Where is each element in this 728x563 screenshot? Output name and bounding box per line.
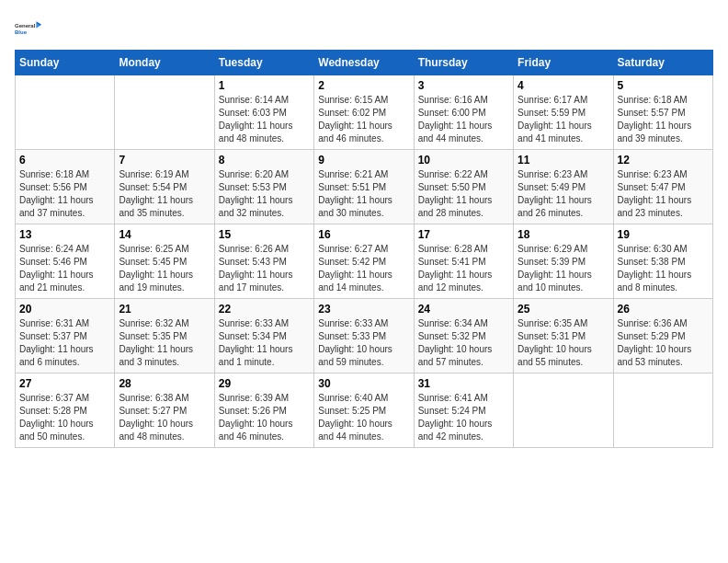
calendar-cell: 19Sunrise: 6:30 AMSunset: 5:38 PMDayligh…	[613, 224, 712, 299]
cell-day-number: 31	[418, 377, 509, 390]
cell-day-number: 10	[418, 154, 509, 167]
calendar-cell: 13Sunrise: 6:24 AMSunset: 5:46 PMDayligh…	[16, 224, 115, 299]
calendar-cell: 21Sunrise: 6:32 AMSunset: 5:35 PMDayligh…	[115, 299, 214, 373]
logo: GeneralBlue	[15, 15, 42, 42]
cell-info: Sunrise: 6:23 AMSunset: 5:49 PMDaylight:…	[518, 168, 609, 220]
cell-info: Sunrise: 6:26 AMSunset: 5:43 PMDaylight:…	[219, 243, 310, 294]
cell-day-number: 17	[418, 228, 509, 241]
cell-info: Sunrise: 6:27 AMSunset: 5:42 PMDaylight:…	[318, 243, 409, 294]
calendar-cell: 4Sunrise: 6:17 AMSunset: 5:59 PMDaylight…	[514, 75, 613, 150]
cell-day-number: 25	[518, 303, 609, 316]
cell-day-number: 19	[618, 228, 709, 241]
calendar-cell: 28Sunrise: 6:38 AMSunset: 5:27 PMDayligh…	[115, 373, 214, 448]
cell-day-number: 14	[119, 228, 210, 241]
calendar-cell: 1Sunrise: 6:14 AMSunset: 6:03 PMDaylight…	[214, 75, 313, 150]
cell-info: Sunrise: 6:40 AMSunset: 5:25 PMDaylight:…	[318, 392, 409, 443]
cell-info: Sunrise: 6:39 AMSunset: 5:26 PMDaylight:…	[219, 392, 310, 443]
cell-info: Sunrise: 6:20 AMSunset: 5:53 PMDaylight:…	[219, 168, 310, 220]
cell-day-number: 15	[219, 228, 310, 241]
calendar-cell: 6Sunrise: 6:18 AMSunset: 5:56 PMDaylight…	[16, 150, 115, 224]
cell-day-number: 16	[318, 228, 409, 241]
calendar-cell: 2Sunrise: 6:15 AMSunset: 6:02 PMDaylight…	[314, 75, 414, 150]
cell-day-number: 26	[618, 303, 709, 316]
calendar-cell: 7Sunrise: 6:19 AMSunset: 5:54 PMDaylight…	[115, 150, 214, 224]
calendar-cell: 3Sunrise: 6:16 AMSunset: 6:00 PMDaylight…	[414, 75, 513, 150]
cell-day-number: 13	[19, 228, 110, 241]
calendar-cell: 30Sunrise: 6:40 AMSunset: 5:25 PMDayligh…	[314, 373, 414, 448]
cell-day-number: 11	[518, 154, 609, 167]
cell-day-number: 22	[219, 303, 310, 316]
cell-day-number: 4	[518, 79, 609, 92]
calendar-week-row: 20Sunrise: 6:31 AMSunset: 5:37 PMDayligh…	[16, 299, 713, 373]
cell-day-number: 29	[219, 377, 310, 390]
cell-info: Sunrise: 6:18 AMSunset: 5:56 PMDaylight:…	[19, 168, 110, 220]
cell-info: Sunrise: 6:35 AMSunset: 5:31 PMDaylight:…	[518, 317, 609, 369]
calendar-cell: 27Sunrise: 6:37 AMSunset: 5:28 PMDayligh…	[16, 373, 115, 448]
calendar-week-row: 1Sunrise: 6:14 AMSunset: 6:03 PMDaylight…	[16, 75, 713, 150]
cell-day-number: 21	[119, 303, 210, 316]
cell-info: Sunrise: 6:38 AMSunset: 5:27 PMDaylight:…	[119, 392, 210, 443]
calendar-cell: 5Sunrise: 6:18 AMSunset: 5:57 PMDaylight…	[613, 75, 712, 150]
cell-day-number: 2	[318, 79, 409, 92]
cell-day-number: 12	[618, 154, 709, 167]
calendar-cell: 15Sunrise: 6:26 AMSunset: 5:43 PMDayligh…	[214, 224, 313, 299]
calendar-cell: 18Sunrise: 6:29 AMSunset: 5:39 PMDayligh…	[514, 224, 613, 299]
cell-info: Sunrise: 6:23 AMSunset: 5:47 PMDaylight:…	[618, 168, 709, 220]
cell-info: Sunrise: 6:31 AMSunset: 5:37 PMDaylight:…	[19, 317, 110, 369]
calendar-week-row: 13Sunrise: 6:24 AMSunset: 5:46 PMDayligh…	[16, 224, 713, 299]
cell-info: Sunrise: 6:33 AMSunset: 5:33 PMDaylight:…	[318, 317, 409, 369]
cell-info: Sunrise: 6:30 AMSunset: 5:38 PMDaylight:…	[618, 243, 709, 294]
weekday-header-cell: Saturday	[613, 51, 712, 75]
cell-day-number: 1	[219, 79, 310, 92]
cell-info: Sunrise: 6:24 AMSunset: 5:46 PMDaylight:…	[19, 243, 110, 294]
cell-day-number: 18	[518, 228, 609, 241]
calendar-cell	[613, 373, 712, 448]
cell-day-number: 8	[219, 154, 310, 167]
calendar-cell: 24Sunrise: 6:34 AMSunset: 5:32 PMDayligh…	[414, 299, 513, 373]
calendar-table: SundayMondayTuesdayWednesdayThursdayFrid…	[15, 50, 713, 448]
calendar-cell: 23Sunrise: 6:33 AMSunset: 5:33 PMDayligh…	[314, 299, 414, 373]
calendar-cell: 25Sunrise: 6:35 AMSunset: 5:31 PMDayligh…	[514, 299, 613, 373]
calendar-cell: 26Sunrise: 6:36 AMSunset: 5:29 PMDayligh…	[613, 299, 712, 373]
cell-info: Sunrise: 6:15 AMSunset: 6:02 PMDaylight:…	[318, 94, 409, 145]
calendar-week-row: 27Sunrise: 6:37 AMSunset: 5:28 PMDayligh…	[16, 373, 713, 448]
cell-day-number: 23	[318, 303, 409, 316]
calendar-cell: 9Sunrise: 6:21 AMSunset: 5:51 PMDaylight…	[314, 150, 414, 224]
cell-info: Sunrise: 6:32 AMSunset: 5:35 PMDaylight:…	[119, 317, 210, 369]
calendar-cell: 8Sunrise: 6:20 AMSunset: 5:53 PMDaylight…	[214, 150, 313, 224]
weekday-header-cell: Wednesday	[314, 51, 414, 75]
header: GeneralBlue	[15, 15, 713, 42]
cell-info: Sunrise: 6:33 AMSunset: 5:34 PMDaylight:…	[219, 317, 310, 369]
calendar-cell: 16Sunrise: 6:27 AMSunset: 5:42 PMDayligh…	[314, 224, 414, 299]
cell-info: Sunrise: 6:36 AMSunset: 5:29 PMDaylight:…	[618, 317, 709, 369]
calendar-cell: 20Sunrise: 6:31 AMSunset: 5:37 PMDayligh…	[16, 299, 115, 373]
cell-day-number: 5	[618, 79, 709, 92]
calendar-cell: 10Sunrise: 6:22 AMSunset: 5:50 PMDayligh…	[414, 150, 513, 224]
svg-text:Blue: Blue	[15, 29, 28, 35]
cell-info: Sunrise: 6:29 AMSunset: 5:39 PMDaylight:…	[518, 243, 609, 294]
weekday-header-cell: Friday	[514, 51, 613, 75]
calendar-cell	[514, 373, 613, 448]
cell-info: Sunrise: 6:41 AMSunset: 5:24 PMDaylight:…	[418, 392, 509, 443]
calendar-cell: 22Sunrise: 6:33 AMSunset: 5:34 PMDayligh…	[214, 299, 313, 373]
calendar-cell: 29Sunrise: 6:39 AMSunset: 5:26 PMDayligh…	[214, 373, 313, 448]
cell-info: Sunrise: 6:18 AMSunset: 5:57 PMDaylight:…	[618, 94, 709, 145]
cell-day-number: 20	[19, 303, 110, 316]
cell-day-number: 30	[318, 377, 409, 390]
cell-day-number: 6	[19, 154, 110, 167]
cell-day-number: 9	[318, 154, 409, 167]
weekday-header-cell: Sunday	[16, 51, 115, 75]
calendar-week-row: 6Sunrise: 6:18 AMSunset: 5:56 PMDaylight…	[16, 150, 713, 224]
cell-info: Sunrise: 6:17 AMSunset: 5:59 PMDaylight:…	[518, 94, 609, 145]
calendar-cell: 11Sunrise: 6:23 AMSunset: 5:49 PMDayligh…	[514, 150, 613, 224]
cell-info: Sunrise: 6:21 AMSunset: 5:51 PMDaylight:…	[318, 168, 409, 220]
calendar-cell: 14Sunrise: 6:25 AMSunset: 5:45 PMDayligh…	[115, 224, 214, 299]
calendar-cell	[115, 75, 214, 150]
cell-info: Sunrise: 6:25 AMSunset: 5:45 PMDaylight:…	[119, 243, 210, 294]
cell-info: Sunrise: 6:19 AMSunset: 5:54 PMDaylight:…	[119, 168, 210, 220]
calendar-cell: 12Sunrise: 6:23 AMSunset: 5:47 PMDayligh…	[613, 150, 712, 224]
cell-info: Sunrise: 6:14 AMSunset: 6:03 PMDaylight:…	[219, 94, 310, 145]
cell-info: Sunrise: 6:28 AMSunset: 5:41 PMDaylight:…	[418, 243, 509, 294]
cell-info: Sunrise: 6:22 AMSunset: 5:50 PMDaylight:…	[418, 168, 509, 220]
cell-day-number: 24	[418, 303, 509, 316]
